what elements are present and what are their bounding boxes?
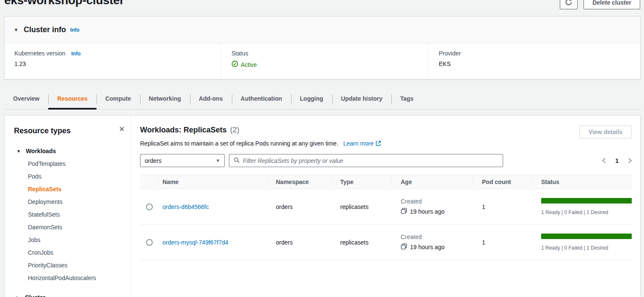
- replicasets-content: Workloads: ReplicaSets (2) View details …: [131, 116, 640, 297]
- provider-field: Provider EKS: [428, 44, 640, 79]
- description-text: ReplicaSet aims to maintain a set of rep…: [140, 140, 338, 147]
- content-header: Workloads: ReplicaSets (2): [140, 126, 632, 135]
- age-created-label: Created: [401, 198, 473, 205]
- kubernetes-version-value: 1.23: [14, 60, 220, 67]
- cluster-tabs: Overview Resources Compute Networking Ad…: [4, 89, 641, 110]
- sidebar-group-cluster[interactable]: ▶ Cluster: [5, 291, 130, 297]
- age-cell: Created 19 hours ago: [391, 198, 473, 215]
- namespace-cell: orders: [268, 204, 332, 210]
- chevron-left-icon[interactable]: [602, 158, 608, 163]
- kubernetes-version-label: Kubernetes version Info: [14, 50, 220, 57]
- search-box: [229, 154, 503, 167]
- resources-panel: Resource types ✕ ▼ Workloads PodTemplate…: [4, 115, 641, 297]
- cluster-info-body: Kubernetes version Info 1.23 Status Acti…: [5, 44, 640, 79]
- sidebar-item-horizontalpodautoscalers[interactable]: HorizontalPodAutoscalers: [5, 272, 130, 284]
- replicaset-name-link[interactable]: orders-mysql-749f67f7d4: [162, 239, 228, 246]
- filter-row: orders ▼ 1: [140, 154, 632, 167]
- tab-compute[interactable]: Compute: [96, 89, 140, 109]
- sidebar-group-workloads[interactable]: ▼ Workloads: [5, 145, 130, 157]
- replicasets-table: Name Namespace Type Age Pod count Status…: [140, 175, 632, 260]
- header-actions: Delete cluster: [560, 0, 640, 9]
- sidebar-item-priorityclasses[interactable]: PriorityClasses: [5, 259, 130, 272]
- sidebar-item-pods[interactable]: Pods: [5, 170, 130, 183]
- chevron-right-icon[interactable]: [626, 158, 632, 163]
- refresh-icon: [565, 0, 572, 7]
- copy-icon[interactable]: [401, 208, 407, 215]
- age-created-label: Created: [401, 234, 473, 240]
- age-cell: Created 19 hours ago: [391, 234, 473, 251]
- cluster-info-header[interactable]: ▼ Cluster info Info: [5, 16, 640, 44]
- description-row: ReplicaSet aims to maintain a set of rep…: [140, 140, 632, 148]
- tab-overview[interactable]: Overview: [4, 89, 48, 109]
- pagination-current-page[interactable]: 1: [615, 157, 619, 164]
- sidebar-item-replicasets[interactable]: ReplicaSets: [5, 183, 130, 195]
- status-bar: [541, 198, 632, 204]
- content-title: Workloads: ReplicaSets: [140, 126, 227, 135]
- status-label: Status: [231, 50, 428, 57]
- close-icon[interactable]: ✕: [119, 126, 125, 133]
- cluster-info-info-link[interactable]: Info: [70, 27, 80, 33]
- refresh-button[interactable]: [560, 0, 578, 9]
- column-header-status[interactable]: Status: [532, 175, 632, 189]
- sidebar-item-podtemplates[interactable]: PodTemplates: [5, 157, 130, 170]
- type-cell: replicasets: [332, 239, 391, 246]
- tab-add-ons[interactable]: Add-ons: [190, 89, 232, 109]
- sidebar-item-daemonsets[interactable]: DaemonSets: [5, 221, 130, 234]
- status-cell: 1 Ready | 0 Failed | 1 Desired: [532, 198, 632, 215]
- search-icon: [234, 157, 240, 165]
- sidebar-item-deployments[interactable]: Deployments: [5, 195, 130, 208]
- view-details-button[interactable]: View details: [579, 126, 632, 138]
- replicaset-name-link[interactable]: orders-d6b4566fc: [162, 204, 209, 210]
- learn-more-link[interactable]: Learn more: [343, 140, 374, 147]
- sidebar-item-statefulsets[interactable]: StatefulSets: [5, 208, 130, 221]
- row-select-radio[interactable]: [146, 239, 153, 246]
- tab-tags[interactable]: Tags: [391, 89, 423, 109]
- column-header-type[interactable]: Type: [332, 175, 391, 189]
- provider-label: Provider: [439, 50, 640, 57]
- status-value: Active: [241, 61, 257, 68]
- page-header: eks-workshop-cluster Delete cluster: [0, 0, 644, 16]
- cluster-info-panel: ▼ Cluster info Info Kubernetes version I…: [4, 16, 641, 80]
- tab-networking[interactable]: Networking: [140, 89, 190, 109]
- status-text: 1 Ready | 0 Failed | 1 Desired: [541, 209, 632, 215]
- status-text: 1 Ready | 0 Failed | 1 Desired: [541, 245, 632, 251]
- sidebar-item-cronjobs[interactable]: CronJobs: [5, 246, 130, 259]
- cluster-info-title: Cluster info: [24, 25, 66, 34]
- tab-resources[interactable]: Resources: [48, 89, 96, 109]
- status-bar: [541, 234, 632, 239]
- chevron-down-icon: ▼: [17, 149, 21, 154]
- kubernetes-version-info-link[interactable]: Info: [72, 51, 81, 57]
- tab-authentication[interactable]: Authentication: [232, 89, 291, 109]
- status-badge: Active: [231, 60, 257, 69]
- filter-scope-value: orders: [145, 157, 162, 164]
- copy-icon[interactable]: [401, 243, 407, 251]
- table-row: orders-mysql-749f67f7d4 orders replicase…: [140, 225, 632, 260]
- kubernetes-version-field: Kubernetes version Info 1.23: [5, 44, 220, 79]
- namespace-cell: orders: [268, 239, 332, 246]
- chevron-right-icon: ▶: [17, 295, 20, 297]
- type-cell: replicasets: [332, 204, 391, 210]
- row-select-radio[interactable]: [146, 204, 153, 210]
- age-value: 19 hours ago: [410, 244, 445, 250]
- search-input[interactable]: [243, 157, 498, 164]
- filter-scope-select[interactable]: orders ▼: [140, 154, 225, 167]
- select-column-header: [140, 175, 158, 189]
- delete-cluster-button[interactable]: Delete cluster: [583, 0, 640, 9]
- column-header-age[interactable]: Age: [391, 175, 473, 189]
- status-field: Status Active: [220, 44, 428, 79]
- tab-logging[interactable]: Logging: [291, 89, 332, 109]
- resource-types-tree: ▼ Workloads PodTemplates Pods ReplicaSet…: [5, 145, 130, 297]
- collapse-arrow-icon[interactable]: ▼: [14, 28, 18, 32]
- sidebar-item-jobs[interactable]: Jobs: [5, 234, 130, 246]
- pod-count-cell: 1: [473, 204, 532, 210]
- external-link-icon: [375, 141, 381, 148]
- column-header-namespace[interactable]: Namespace: [268, 175, 332, 189]
- age-value: 19 hours ago: [410, 208, 445, 215]
- tab-update-history[interactable]: Update history: [332, 89, 391, 109]
- resource-types-sidebar: Resource types ✕ ▼ Workloads PodTemplate…: [5, 116, 131, 297]
- column-header-pod-count[interactable]: Pod count: [473, 175, 532, 189]
- column-header-name[interactable]: Name: [158, 175, 268, 189]
- page-title: eks-workshop-cluster: [4, 0, 124, 7]
- dropdown-caret-icon: ▼: [216, 158, 220, 163]
- resource-types-title: Resource types: [5, 126, 130, 135]
